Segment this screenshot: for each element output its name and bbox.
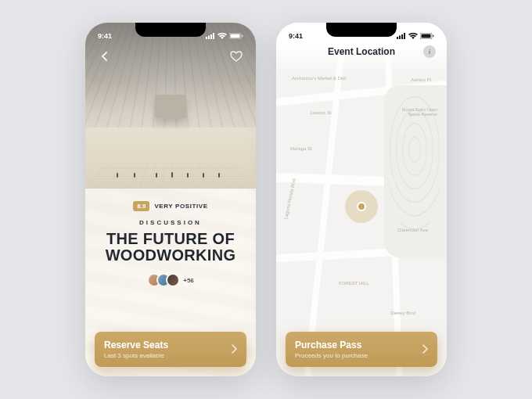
event-category: DISCUSSION bbox=[96, 219, 245, 226]
purchase-pass-button[interactable]: Purchase Pass Proceeds you to purchase bbox=[286, 332, 437, 367]
reserve-seats-button[interactable]: Reserve Seats Last 3 spots available bbox=[95, 332, 246, 367]
title-line-1: THE FUTURE OF bbox=[96, 231, 245, 247]
svg-rect-0 bbox=[206, 37, 207, 39]
chevron-right-icon bbox=[231, 343, 237, 357]
event-title: THE FUTURE OF WOODWORKING bbox=[96, 231, 245, 264]
title-line-2: WOODWORKING bbox=[96, 247, 245, 264]
svg-rect-2 bbox=[210, 34, 212, 39]
attendees[interactable]: +56 bbox=[96, 273, 245, 287]
notch bbox=[326, 23, 397, 37]
status-indicators bbox=[397, 33, 434, 39]
svg-rect-9 bbox=[401, 34, 403, 39]
status-indicators bbox=[206, 33, 243, 39]
map-label: FOREST HILL bbox=[339, 281, 369, 286]
wifi-icon bbox=[408, 33, 418, 39]
info-button[interactable]: i bbox=[423, 45, 436, 58]
event-body: 8.9 VERY POSITIVE DISCUSSION THE FUTURE … bbox=[85, 189, 256, 376]
svg-rect-3 bbox=[213, 33, 214, 39]
status-time: 9:41 bbox=[289, 32, 303, 40]
map-label: Lawton St bbox=[311, 110, 332, 115]
status-time: 9:41 bbox=[98, 32, 112, 40]
cta-subtitle: Last 3 spots available bbox=[104, 352, 231, 359]
map-label: Clarendon Ave bbox=[397, 228, 428, 232]
signal-icon bbox=[206, 33, 215, 39]
attendee-extra-count: +56 bbox=[183, 277, 194, 284]
favorite-button[interactable] bbox=[228, 48, 245, 65]
page-title: Event Location bbox=[328, 46, 395, 57]
svg-rect-7 bbox=[397, 37, 398, 39]
svg-rect-12 bbox=[422, 34, 431, 38]
map-label: Dewey Blvd bbox=[390, 311, 415, 315]
svg-rect-8 bbox=[399, 36, 401, 40]
cta-title: Purchase Pass bbox=[295, 340, 422, 350]
svg-rect-5 bbox=[231, 34, 240, 38]
avatar bbox=[166, 273, 180, 287]
rating-badge: 8.9 bbox=[133, 201, 149, 211]
back-button[interactable] bbox=[96, 48, 113, 65]
signal-icon bbox=[397, 33, 406, 39]
rating: 8.9 VERY POSITIVE bbox=[96, 201, 245, 211]
battery-icon bbox=[420, 33, 434, 39]
cta-title: Reserve Seats bbox=[104, 340, 231, 350]
wifi-icon bbox=[217, 33, 227, 39]
hero-image bbox=[85, 23, 256, 189]
map-label: Ashton Pl bbox=[411, 77, 431, 82]
svg-rect-10 bbox=[404, 33, 405, 39]
map-label: Laguna Honda Blvd bbox=[283, 178, 297, 220]
cta-subtitle: Proceeds you to purchase bbox=[295, 352, 422, 359]
map-label: Mount Sutro Open Space Reserve bbox=[398, 107, 437, 117]
svg-rect-13 bbox=[433, 35, 434, 38]
event-detail-screen: 9:41 8.9 VERY POSITIVE DISCUSSION bbox=[85, 23, 256, 376]
battery-icon bbox=[229, 33, 243, 39]
map-label: Moraga St bbox=[290, 146, 312, 151]
rating-label: VERY POSITIVE bbox=[154, 203, 207, 210]
svg-rect-6 bbox=[242, 35, 243, 38]
notch bbox=[135, 23, 206, 37]
chevron-right-icon bbox=[422, 343, 428, 357]
location-header: Event Location i bbox=[276, 46, 447, 57]
location-pin[interactable] bbox=[345, 190, 378, 223]
event-location-screen: Andronico's Market & Deli Ashton Pl Lawt… bbox=[276, 23, 447, 376]
svg-rect-1 bbox=[208, 36, 210, 40]
